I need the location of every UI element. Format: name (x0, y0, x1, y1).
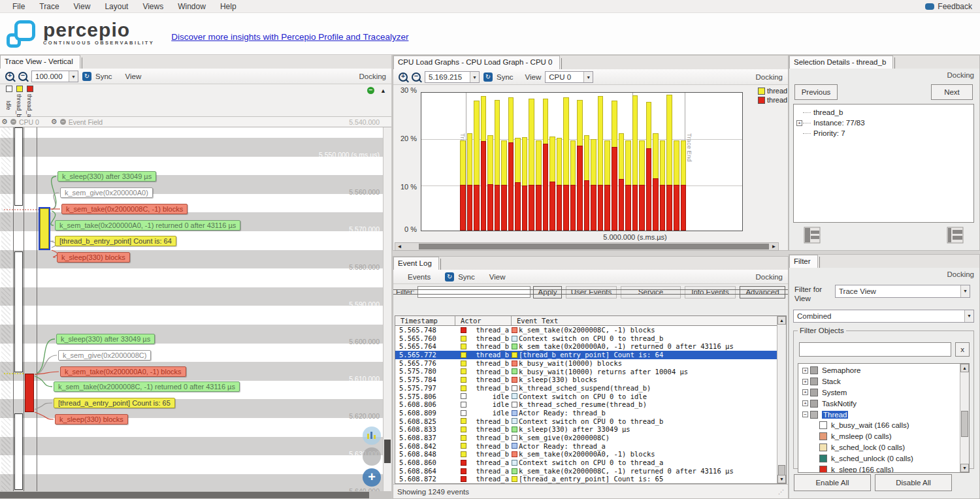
tab-cpu-load-graphs[interactable]: CPU Load Graphs - CPU Load Graph - CPU 0 (393, 56, 560, 69)
cpu-select-combo[interactable]: CPU 0▼ (545, 71, 593, 83)
filter-checkbox[interactable] (810, 389, 818, 396)
scroll-top-icon[interactable]: ▲ (380, 88, 386, 94)
cpu-zoom-combo[interactable]: 5.169.215▼ (425, 71, 480, 83)
zoom-out-icon[interactable]: − (412, 72, 421, 82)
event-log-row[interactable]: 5.608.842thread_bActor Ready: thread_a (395, 442, 777, 451)
layout-right-icon[interactable] (947, 227, 964, 244)
filter-checkbox[interactable] (810, 400, 818, 408)
sync-icon[interactable]: ↻ (483, 72, 493, 82)
chevron-down-icon[interactable]: ▼ (69, 71, 78, 82)
tab-event-log[interactable]: Event Log (393, 257, 439, 270)
filter-input[interactable] (417, 286, 531, 298)
chart-horizontal-scrollbar[interactable]: ◄ ► (395, 242, 779, 251)
disable-all-button[interactable]: Disable All (875, 474, 952, 491)
trace-event-label[interactable]: k_sleep(330) after 33049 µs (57, 171, 156, 182)
filter-checkbox[interactable] (810, 366, 818, 374)
event-log-row[interactable]: 5.608.837thread_bk_sem_give(0x2000008C) (395, 434, 777, 442)
filter-tree-item-semaphore[interactable]: +Semaphore (802, 365, 969, 376)
scroll-down-icon[interactable]: ▼ (960, 464, 969, 472)
advanced-button[interactable]: Advanced (740, 286, 785, 298)
filter-tree-scrollbar[interactable]: ▲ ▼ (960, 364, 969, 472)
gear-icon[interactable]: ⚙ (51, 118, 57, 126)
sync-menu[interactable]: Sync (497, 73, 514, 81)
chevron-down-icon[interactable]: ▼ (964, 310, 973, 322)
next-button[interactable]: Next (931, 84, 973, 100)
trace-event-label[interactable]: k_sleep(330) after 33049 µs (56, 334, 155, 344)
menu-file[interactable]: File (5, 1, 32, 12)
chart-quick-button[interactable] (363, 427, 381, 445)
event-log-row[interactable]: 5.575.797thread_bk_thread_sched_suspend(… (395, 384, 777, 393)
zoom-plus-button[interactable]: + (363, 468, 381, 487)
thread-b-execution-bar-selected[interactable] (39, 207, 50, 250)
sync-menu[interactable]: Sync (95, 72, 112, 80)
layout-left-icon[interactable] (804, 227, 821, 244)
event-log-row[interactable]: 5.565.760thread_bContext switch on CPU 0… (395, 334, 777, 343)
expand-icon[interactable]: + (802, 368, 808, 374)
filter-checkbox[interactable] (819, 466, 827, 473)
zoom-in-icon[interactable]: + (5, 72, 14, 81)
docking-menu[interactable]: Docking (947, 270, 974, 278)
event-log-table-header[interactable]: Timestamp Actor Event Text (395, 316, 777, 326)
trace-event-label[interactable]: [thread_a_entry_point] Count is: 65 (54, 398, 175, 408)
info-events-button[interactable]: Info Events (685, 286, 736, 298)
event-log-row[interactable]: 5.575.780thread_bk_busy_wait(10000) retu… (395, 367, 777, 376)
trace-event-label[interactable]: k_sleep(330) blocks (57, 252, 130, 263)
filter-checkbox[interactable] (810, 411, 818, 419)
expand-icon[interactable]: + (796, 120, 802, 126)
docking-menu[interactable]: Docking (755, 273, 783, 281)
apply-button[interactable]: Apply (533, 286, 562, 298)
event-log-row[interactable]: 5.575.784thread_bk_sleep(330) blocks (395, 376, 777, 384)
view-menu[interactable]: View (489, 273, 506, 281)
trace-event-label[interactable]: k_sem_take(0x2000008C, -1) returned 0 af… (54, 381, 240, 392)
trace-column-thread_b[interactable]: thread_b (16, 86, 24, 116)
promo-link[interactable]: Discover more insights with Percepio Pro… (171, 32, 408, 42)
filter-checkbox[interactable] (819, 443, 827, 451)
events-menu[interactable]: Events (408, 273, 431, 281)
sync-icon[interactable]: ↻ (445, 272, 454, 282)
menu-trace[interactable]: Trace (32, 1, 66, 12)
event-log-row[interactable]: 5.575.806idleContext switch on CPU 0 to … (395, 393, 777, 401)
minus-icon[interactable]: − (10, 119, 16, 125)
event-log-row[interactable]: 5.565.776thread_bk_busy_wait(10000) bloc… (395, 359, 777, 368)
filter-tree-item-k_sched_lock[interactable]: k_sched_lock (0 calls) (802, 442, 969, 453)
gear-icon[interactable]: ⚙ (1, 118, 8, 126)
trace-event-label[interactable]: k_sem_give(0x2000008C) (58, 350, 151, 361)
event-log-vertical-scrollbar[interactable]: ▲ ▼ (777, 316, 786, 483)
chevron-down-icon[interactable]: ▼ (960, 285, 970, 297)
scroll-right-icon[interactable]: ► (770, 243, 778, 250)
trace-zoom-combo[interactable]: 100.000▼ (31, 71, 78, 82)
filter-tree-item-k_sched_unlock[interactable]: k_sched_unlock (0 calls) (802, 453, 969, 464)
trace-event-label[interactable]: k_sem_take(0x200000A0, -1) blocks (60, 366, 186, 377)
filter-checkbox[interactable] (810, 378, 818, 385)
collapse-icon[interactable]: − (367, 87, 374, 94)
tab-filter[interactable]: Filter (789, 255, 818, 268)
docking-menu[interactable]: Docking (755, 73, 783, 81)
collapse-icon[interactable]: − (802, 411, 808, 417)
trace-event-label[interactable]: [thread_b_entry_point] Count is: 64 (55, 236, 176, 246)
event-log-row[interactable]: 5.565.764thread_bk_sem_take(0x200000A0, … (395, 342, 777, 351)
filter-checkbox[interactable] (819, 432, 827, 440)
resize-grip[interactable]: ⋰ (778, 489, 784, 495)
filter-tree-item-tasknotify[interactable]: +TaskNotify (802, 398, 969, 409)
event-log-row[interactable]: 5.608.806idlek_thread_sched_resume(threa… (395, 400, 777, 409)
previous-button[interactable]: Previous (794, 84, 838, 100)
pan-button[interactable] (363, 447, 381, 466)
selection-tree-item[interactable]: thread_b (794, 107, 973, 118)
scroll-left-icon[interactable]: ◄ (395, 243, 404, 250)
tab-trace-view-vertical[interactable]: Trace View - Vertical (0, 55, 80, 69)
trace-column-thread_a[interactable]: thread_a (26, 86, 34, 116)
sync-menu[interactable]: Sync (458, 273, 475, 281)
event-log-row[interactable]: 5.608.864thread_ak_sem_take(0x2000008C, … (395, 467, 777, 475)
trace-canvas[interactable]: 5.550.000 (s.ms.µs)5.560.0005.570.0005.5… (0, 127, 391, 491)
filter-tree-item-thread[interactable]: −Thread (802, 409, 969, 420)
trace-column-idle[interactable]: Idle (5, 86, 13, 116)
selection-tree-item[interactable]: Priority: 7 (794, 128, 973, 138)
tab-selection-details[interactable]: Selection Details - thread_b (789, 56, 893, 69)
scroll-up-icon[interactable]: ▲ (960, 364, 969, 372)
zoom-in-icon[interactable]: + (399, 72, 408, 82)
filter-objects-input[interactable] (799, 342, 951, 357)
trace-vertical-scrollbar[interactable] (383, 127, 391, 491)
event-log-row[interactable]: 5.565.772thread_b[thread_b_entry_point] … (395, 351, 777, 359)
menu-window[interactable]: Window (171, 1, 213, 12)
scroll-down-icon[interactable]: ▼ (777, 475, 786, 483)
